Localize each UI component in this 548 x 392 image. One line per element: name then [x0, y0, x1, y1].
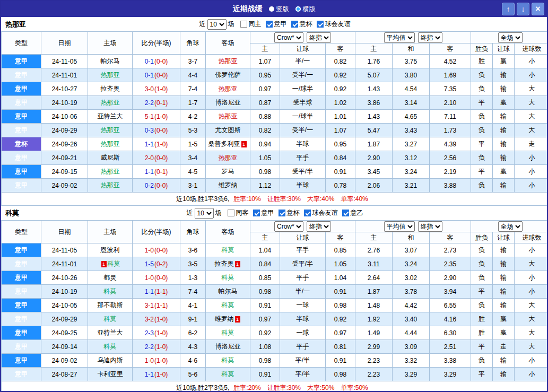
recent-results-window: 近期战绩 竖版 横版 ↑ ↓ × 热那亚近10场同主意甲意杯球会友谊类型日期主场… [0, 0, 548, 392]
odds-home: 0.85 [250, 271, 280, 285]
home-team-name: 热那亚 [101, 71, 120, 79]
recent-count-select[interactable]: 10 [207, 19, 227, 30]
avg-away-odds: 3.88 [430, 179, 471, 193]
corner-kicks: 1-3 [180, 271, 206, 285]
result-handicap: 输 [493, 137, 515, 151]
away-team-cell: 博洛尼亚 [206, 340, 250, 354]
competition-type: 意甲 [2, 96, 41, 110]
halftime-score: (0-0) [154, 58, 168, 65]
avg-home-odds: 1.48 [355, 299, 393, 312]
fulltime-score: 2-2 [145, 343, 154, 351]
odds-group-header: Crow*终指 [250, 221, 355, 232]
odds-away: 1.01 [326, 110, 355, 124]
odds-source-select[interactable]: Crow* [274, 32, 303, 43]
filter-checkbox-option[interactable]: 同主 [240, 20, 262, 29]
avg-away-odds: 2.35 [430, 257, 471, 271]
odds-home: 0.88 [250, 110, 280, 124]
fulltime-score: 0-2 [145, 182, 154, 189]
odds-home: 0.97 [250, 312, 280, 326]
filter-checkbox-option[interactable]: 意杯 [291, 20, 312, 29]
score-cell: 1-5(0-2) [133, 257, 180, 271]
result-goals: 小 [515, 285, 548, 299]
result-goals: 小 [515, 165, 548, 179]
odds-away: 1.07 [326, 124, 355, 137]
average-source-select[interactable]: 平均值 [384, 221, 415, 232]
result-handicap: 赢 [493, 165, 515, 179]
average-period-select[interactable]: 终指 [418, 221, 442, 232]
match-row: 意甲24-09-14科莫2-2(1-0)4-3博洛尼亚1.08平手0.812.9… [2, 340, 548, 354]
home-team-cell: 亚特兰大 [88, 326, 133, 340]
halftime-score: (0-0) [154, 127, 168, 134]
match-date: 24-10-19 [41, 285, 88, 299]
result-goals: 小 [515, 368, 548, 381]
avg-draw-odds: 3.07 [393, 243, 430, 257]
filter-checkbox-option[interactable]: 意甲 [253, 208, 274, 217]
odds-away: 0.91 [326, 354, 355, 368]
scroll-up-button[interactable]: ↑ [502, 3, 515, 15]
match-date: 24-10-27 [41, 82, 88, 96]
scope-select[interactable]: 全场 [498, 32, 523, 43]
avg-away-odds: 3.94 [430, 285, 471, 299]
match-row: 意甲24-10-19热那亚2-2(0-1)1-7博洛尼亚0.87受半球1.023… [2, 96, 548, 110]
result-goals: 小 [515, 55, 548, 68]
result-outcome: 负 [471, 179, 493, 193]
match-row: 意甲24-09-29热那亚0-3(0-0)5-3尤文图斯0.82受半/一1.07… [2, 124, 548, 137]
corner-kicks: 4-1 [180, 299, 206, 312]
away-team-name: 热那亚 [219, 85, 238, 92]
view-option-vertical[interactable]: 竖版 [269, 5, 289, 14]
checkbox-icon [253, 210, 260, 216]
score-cell: 0-3(0-0) [133, 124, 180, 137]
fulltime-score: 3-2 [145, 316, 154, 323]
filter-checkbox-option[interactable]: 球会友谊 [317, 20, 351, 29]
halftime-score: (1-0) [154, 316, 168, 323]
avg-draw-odds: 3.27 [393, 137, 430, 151]
score-cell: 0-1(0-0) [133, 55, 180, 68]
odds-away: 1.04 [326, 271, 355, 285]
avg-away-odds: 1.69 [430, 68, 471, 82]
filter-label-recent: 近 [187, 208, 193, 217]
result-outcome: 负 [471, 257, 493, 271]
result-goals: 大 [515, 124, 548, 137]
filter-checkbox-option[interactable]: 意乙 [342, 208, 363, 217]
match-row: 意甲24-09-21威尼斯2-0(0-0)3-4热那亚1.05平手0.842.9… [2, 151, 548, 165]
odds-period-select[interactable]: 终指 [307, 32, 331, 43]
odds-home: 1.07 [250, 55, 280, 68]
away-team-name: 科莫 [222, 246, 234, 254]
home-team-cell: 都灵 [88, 271, 133, 285]
away-team-cell: 科莫 [206, 299, 250, 312]
odds-home: 0.94 [250, 137, 280, 151]
filter-checkbox-option[interactable]: 同客 [228, 208, 249, 217]
odds-away: 0.84 [326, 151, 355, 165]
odds-period-select[interactable]: 终指 [307, 221, 331, 232]
sub-column-header: 客 [326, 43, 355, 55]
corner-kicks: 4-6 [180, 354, 206, 368]
average-source-select[interactable]: 平均值 [384, 32, 415, 43]
result-handicap: 赢 [493, 326, 515, 340]
scope-select[interactable]: 全场 [498, 221, 523, 232]
avg-away-odds: 2.73 [430, 243, 471, 257]
close-button[interactable]: × [532, 3, 544, 15]
filter-checkbox-option[interactable]: 意甲 [266, 20, 287, 29]
home-team-cell: 恩波利 [88, 243, 133, 257]
away-team-cell: 科莫 [206, 326, 250, 340]
scroll-down-button[interactable]: ↓ [517, 3, 529, 15]
corner-kicks: 3-5 [180, 257, 206, 271]
odds-home: 0.84 [250, 257, 280, 271]
away-team-name: 尤文图斯 [215, 126, 241, 134]
view-option-horizontal[interactable]: 横版 [295, 5, 316, 14]
halftime-score: (1-0) [154, 343, 168, 351]
result-outcome: 胜 [471, 326, 493, 340]
odds-away: 0.81 [326, 340, 355, 354]
odds-source-select[interactable]: Crow* [274, 221, 303, 232]
odds-handicap: 平手 [280, 271, 326, 285]
away-team-name: 拉齐奥 [215, 260, 234, 267]
result-goals: 小 [515, 179, 548, 193]
odds-home: 0.97 [250, 82, 280, 96]
avg-draw-odds: 3.40 [393, 312, 430, 326]
filter-checkbox-option[interactable]: 球会友谊 [304, 208, 338, 217]
sub-column-header: 和 [393, 43, 430, 55]
average-period-select[interactable]: 终指 [418, 32, 442, 43]
match-row: 意甲24-11-05恩波利1-0(0-0)3-6科莫1.04平手0.852.76… [2, 243, 548, 257]
filter-checkbox-option[interactable]: 意杯 [279, 208, 300, 217]
recent-count-select[interactable]: 10 [195, 208, 214, 219]
